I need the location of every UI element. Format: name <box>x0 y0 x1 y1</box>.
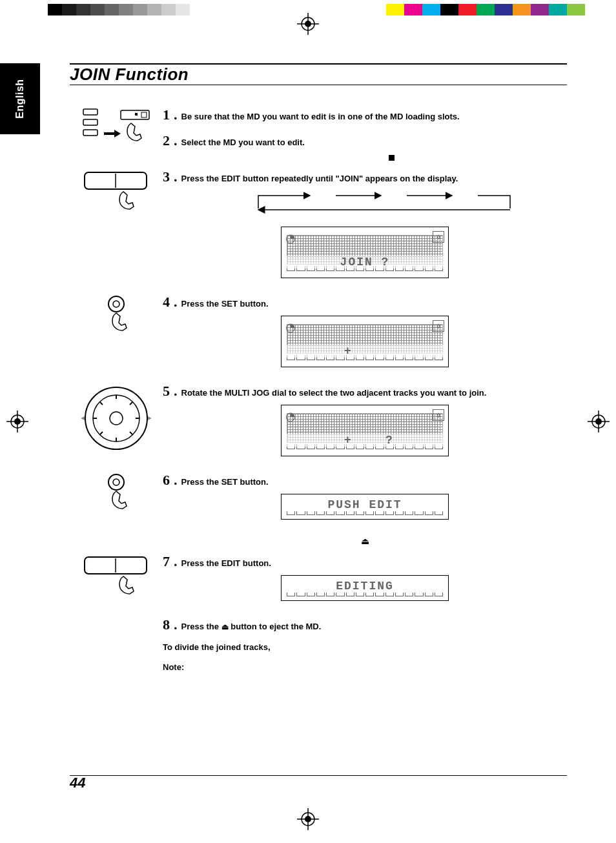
language-label: English <box>14 79 26 118</box>
svg-rect-17 <box>83 119 98 125</box>
svg-point-41 <box>108 474 124 490</box>
step-3-number: 3 <box>163 168 170 185</box>
lcd-text-join: JOIN ? <box>282 256 448 269</box>
step-1-text: Be sure that the MD you want to edit is … <box>181 112 460 121</box>
step-5-text: Rotate the MULTI JOG dial to select the … <box>181 388 487 398</box>
svg-marker-40 <box>148 416 152 420</box>
edit-button-illustration-icon <box>81 168 152 220</box>
lcd-display-join: ◔ ✲ JOIN ? <box>281 227 449 278</box>
svg-point-30 <box>110 412 123 425</box>
step-3-text: Press the EDIT button repeatedly until "… <box>181 174 458 183</box>
svg-point-26 <box>108 296 124 312</box>
language-tab: English <box>0 63 40 134</box>
svg-rect-18 <box>83 130 98 136</box>
svg-line-36 <box>130 432 132 434</box>
step-4-number: 4 <box>163 294 170 310</box>
step-8-number: 8 <box>163 616 170 633</box>
svg-rect-22 <box>135 113 138 116</box>
svg-point-27 <box>113 301 119 307</box>
svg-rect-16 <box>83 109 98 115</box>
lcd-text-editing: EDITING <box>287 580 443 593</box>
edit-button-illustration-icon <box>81 553 152 605</box>
subhead-divide: To divide the joined tracks, <box>163 642 567 652</box>
svg-line-35 <box>100 402 103 405</box>
set-button-illustration-icon <box>90 472 142 523</box>
svg-line-37 <box>100 432 103 434</box>
lcd-text-step4: + <box>282 345 448 358</box>
set-button-illustration-icon <box>90 294 142 345</box>
step-1-number: 1 <box>163 107 170 123</box>
svg-marker-19 <box>104 130 121 137</box>
lcd-text-step5: + ? <box>282 434 448 447</box>
step-4-text: Press the SET button. <box>181 299 269 309</box>
svg-marker-39 <box>81 416 85 420</box>
registration-mark-bottom-icon <box>297 808 319 830</box>
note-label: Note: <box>163 662 567 672</box>
svg-rect-21 <box>141 112 147 117</box>
registration-mark-top-icon <box>297 13 319 35</box>
registration-mark-right-icon <box>588 411 610 432</box>
flow-arrow-diagram-icon <box>221 189 548 221</box>
step-2-note <box>389 153 567 162</box>
step-6-number: 6 <box>163 472 170 489</box>
disc-icon: ◔ <box>285 231 296 245</box>
page-title: JOIN Function <box>70 65 189 85</box>
registration-mark-left-icon <box>6 411 28 432</box>
page-number: 44 <box>70 775 85 791</box>
lcd-display-step5: ◔ ✲ + ? <box>281 405 449 456</box>
lcd-display-editing: EDITING <box>281 575 449 601</box>
matrix-icon: ✲ <box>433 409 444 421</box>
step-5-number: 5 <box>163 383 170 400</box>
svg-point-29 <box>93 395 139 442</box>
multi-jog-dial-illustration-icon <box>81 383 152 454</box>
svg-point-42 <box>113 479 119 485</box>
lcd-display-step4: ◔ ✲ + <box>281 316 449 367</box>
lcd-display-push-edit: PUSH EDIT <box>281 494 449 520</box>
lcd-text-push-edit: PUSH EDIT <box>287 498 443 511</box>
content-area: 1. Be sure that the MD you want to edit … <box>77 107 567 678</box>
disc-icon: ◔ <box>285 320 296 334</box>
matrix-icon: ✲ <box>433 231 444 243</box>
step-6-text: Press the SET button. <box>181 477 269 487</box>
matrix-icon: ✲ <box>433 320 444 332</box>
step-8-text: Press the ⏏ button to eject the MD. <box>181 622 322 631</box>
bottom-rule <box>70 775 567 777</box>
eject-symbol-icon: ⏏ <box>221 622 229 631</box>
eject-symbol-icon: ⏏ <box>361 536 369 546</box>
svg-line-38 <box>130 402 132 405</box>
title-underline <box>70 85 567 85</box>
disc-icon: ◔ <box>285 409 296 423</box>
stop-symbol-icon <box>389 155 395 161</box>
step-7-text: Press the EDIT button. <box>181 558 271 568</box>
step-2-text: Select the MD you want to edit. <box>181 137 305 147</box>
slot-select-illustration-icon <box>81 107 152 158</box>
step-2-number: 2 <box>163 132 170 149</box>
step-7-number: 7 <box>163 553 170 570</box>
